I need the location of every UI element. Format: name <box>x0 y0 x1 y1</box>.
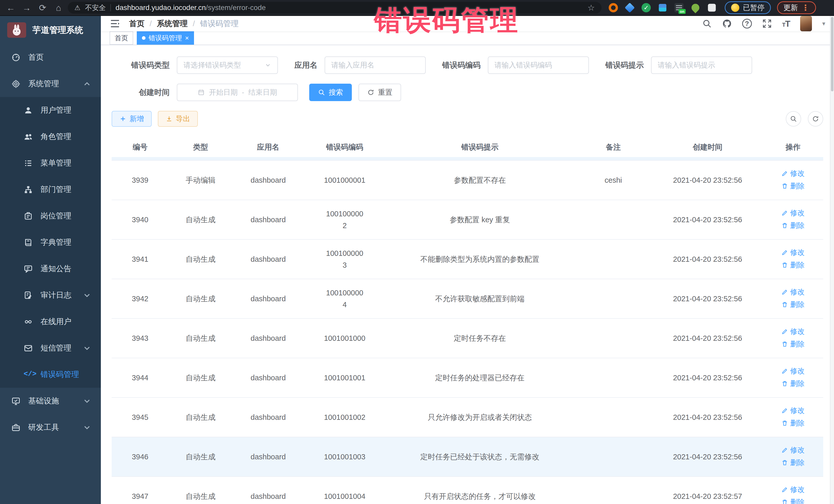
edit-button[interactable]: 修改 <box>782 247 805 258</box>
col-time: 创建时间 <box>652 134 763 160</box>
col-remark: 备注 <box>574 134 652 160</box>
edit-icon <box>782 249 788 256</box>
edit-button[interactable]: 修改 <box>782 168 805 179</box>
add-button[interactable]: 新增 <box>112 111 152 127</box>
close-icon[interactable]: × <box>185 35 189 41</box>
edit-button[interactable]: 修改 <box>782 207 805 219</box>
sidebar-item-online-users[interactable]: 在线用户 <box>0 308 101 335</box>
extension-pin-icon[interactable] <box>690 2 701 13</box>
search-icon[interactable] <box>702 19 712 28</box>
filter-row-1: 错误码类型 请选择错误码类型 应用名 错误码编码 <box>112 57 823 74</box>
sidebar-item-post-management[interactable]: 岗位管理 <box>0 203 101 229</box>
edit-button[interactable]: 修改 <box>782 286 805 298</box>
delete-button[interactable]: 删除 <box>782 417 805 429</box>
browser-menu-icon[interactable]: ⋮ <box>802 4 810 12</box>
extension-gem-icon[interactable] <box>624 3 635 13</box>
avatar[interactable] <box>800 16 812 31</box>
export-button[interactable]: 导出 <box>158 111 198 127</box>
monitor-icon <box>11 396 21 406</box>
edit-button[interactable]: 修改 <box>782 326 805 337</box>
date-range-picker[interactable]: 开始日期 - 结束日期 <box>177 84 298 101</box>
code-icon: </> <box>24 370 33 379</box>
start-date-placeholder: 开始日期 <box>209 88 238 97</box>
fullscreen-icon[interactable] <box>762 19 772 28</box>
toggle-search-button[interactable] <box>786 111 801 127</box>
github-icon[interactable] <box>722 19 732 28</box>
edit-button[interactable]: 修改 <box>782 405 805 416</box>
chevron-down-icon <box>82 423 92 432</box>
update-button[interactable]: 更新 ⋮ <box>777 1 816 14</box>
security-label: 不安全 <box>85 3 106 12</box>
delete-button[interactable]: 删除 <box>782 299 805 310</box>
sidebar: 芋道管理系统 首页 系统管理 用户管理 <box>0 16 101 504</box>
delete-button[interactable]: 删除 <box>782 220 805 232</box>
delete-button[interactable]: 删除 <box>782 378 805 390</box>
tab-error-code-management[interactable]: 错误码管理 × <box>137 31 194 45</box>
emoji-face-icon <box>731 4 739 12</box>
extension-list-icon[interactable]: on <box>674 3 684 12</box>
sidebar-item-role-management[interactable]: 角色管理 <box>0 124 101 150</box>
help-icon[interactable]: ? <box>742 19 752 28</box>
error-type-select[interactable]: 请选择错误码类型 <box>177 57 278 74</box>
error-msg-input[interactable] <box>651 57 752 74</box>
extensions-puzzle-icon[interactable] <box>708 4 716 12</box>
bookmark-star-icon[interactable]: ☆ <box>587 3 595 13</box>
tab-home[interactable]: 首页 <box>110 31 133 45</box>
sidebar-item-notice[interactable]: 通知公告 <box>0 256 101 282</box>
breadcrumb-system[interactable]: 系统管理 <box>157 19 188 29</box>
browser-reload-icon[interactable]: ⟳ <box>36 2 49 14</box>
edit-button[interactable]: 修改 <box>782 444 805 456</box>
avatar-caret-icon[interactable]: ▾ <box>822 20 825 27</box>
delete-button[interactable]: 删除 <box>782 259 805 271</box>
logo-image <box>7 22 26 38</box>
refresh-table-button[interactable] <box>808 111 823 127</box>
table-header-row: 编号 类型 应用名 错误码编码 错误码提示 备注 创建时间 操作 <box>112 134 823 160</box>
chevron-down-icon <box>265 62 271 68</box>
hamburger-icon[interactable] <box>110 18 120 29</box>
delete-button[interactable]: 删除 <box>782 338 805 350</box>
app-logo[interactable]: 芋道管理系统 <box>0 16 101 44</box>
chevron-down-icon <box>82 344 92 353</box>
extension-grid-icon[interactable] <box>659 4 666 12</box>
delete-button[interactable]: 删除 <box>782 180 805 192</box>
create-time-label: 创建时间 <box>113 87 170 98</box>
delete-button[interactable]: 删除 <box>782 496 805 504</box>
edit-button[interactable]: 修改 <box>782 365 805 377</box>
extension-ring-icon[interactable] <box>609 3 618 12</box>
trash-icon <box>782 499 788 504</box>
page-scrollbar[interactable] <box>830 16 834 504</box>
edit-button[interactable]: 修改 <box>782 484 805 496</box>
table-row: 3943 自动生成 dashboard 1001001000 定时任务不存在 2… <box>112 319 823 358</box>
sidebar-item-department-management[interactable]: 部门管理 <box>0 176 101 203</box>
sidebar-item-audit-log[interactable]: 审计日志 <box>0 282 101 308</box>
trash-icon <box>782 420 788 426</box>
reset-button[interactable]: 重置 <box>358 84 401 101</box>
breadcrumb-home[interactable]: 首页 <box>129 19 145 29</box>
sidebar-item-error-code-management[interactable]: </> 错误码管理 <box>0 361 101 388</box>
sidebar-item-menu-management[interactable]: 菜单管理 <box>0 150 101 176</box>
browser-home-icon[interactable]: ⌂ <box>52 2 65 14</box>
sidebar-item-dict-management[interactable]: 字典管理 <box>0 229 101 256</box>
browser-back-icon[interactable]: ← <box>4 2 18 14</box>
sidebar-item-home[interactable]: 首页 <box>0 44 101 70</box>
search-icon <box>318 89 325 96</box>
toolbox-icon <box>11 423 21 432</box>
address-bar[interactable]: ⚠ 不安全 dashboard.yudao.iocoder.cn/system/… <box>68 2 601 14</box>
breadcrumb-separator: / <box>150 19 152 28</box>
extension-check-icon[interactable]: ✓ <box>641 3 651 12</box>
error-code-input[interactable] <box>488 57 589 74</box>
sidebar-item-dev-tools[interactable]: 研发工具 <box>0 414 101 441</box>
font-size-icon[interactable]: TT <box>782 19 790 29</box>
col-actions: 操作 <box>763 134 823 160</box>
sidebar-item-infrastructure[interactable]: 基础设施 <box>0 388 101 414</box>
search-button[interactable]: 搜索 <box>309 84 352 101</box>
browser-extensions: ✓ on <box>609 3 717 12</box>
delete-button[interactable]: 删除 <box>782 457 805 468</box>
paused-button[interactable]: 已暂停 <box>725 1 771 14</box>
sidebar-item-user-management[interactable]: 用户管理 <box>0 97 101 124</box>
scrollbar-thumb[interactable] <box>831 17 833 91</box>
sidebar-item-system-management[interactable]: 系统管理 <box>0 70 101 97</box>
app-name-input[interactable] <box>325 57 426 74</box>
browser-forward-icon[interactable]: → <box>20 2 34 14</box>
sidebar-item-sms-management[interactable]: 短信管理 <box>0 335 101 361</box>
